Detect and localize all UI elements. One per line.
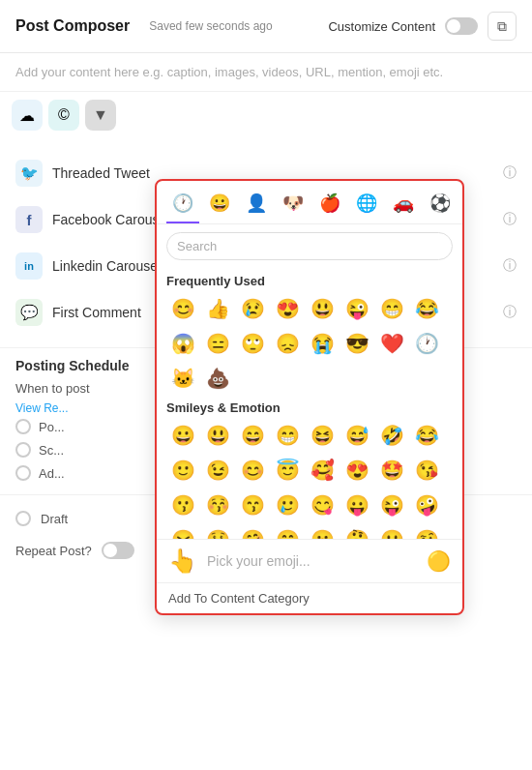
platform-icon-arrow[interactable]: ▼	[85, 100, 116, 131]
copy-button[interactable]: ⧉	[488, 12, 517, 41]
emoji-tab-food[interactable]: 🍎	[313, 189, 346, 223]
info-icon-li-carousel[interactable]: ⓘ	[503, 257, 517, 275]
emoji-cell[interactable]: 😛	[340, 489, 373, 521]
smileys-emotion-title: Smileys & Emotion	[166, 395, 453, 419]
nav-label-li-carousel: Linkedin Carousel	[52, 258, 161, 274]
emoji-tab-animals[interactable]: 🐶	[277, 189, 310, 223]
emoji-cell[interactable]: 💩	[201, 362, 234, 395]
emoji-cell[interactable]: 😜	[375, 489, 408, 521]
saved-status: Saved few seconds ago	[149, 19, 272, 33]
emoji-cell[interactable]: 😇	[271, 454, 304, 487]
when-label: When to post	[15, 381, 90, 396]
li-icon: in	[15, 252, 43, 280]
emoji-search-container	[166, 232, 453, 260]
emoji-cell[interactable]: 🤐	[375, 523, 408, 539]
emoji-cell[interactable]: 😑	[201, 327, 234, 360]
emoji-cell[interactable]: 😞	[271, 327, 304, 360]
page-title: Post Composer	[15, 17, 130, 35]
platform-row: ☁ © ▼	[0, 92, 532, 138]
emoji-cell[interactable]: 😗	[166, 489, 199, 521]
content-placeholder: Add your content here e.g. caption, imag…	[15, 65, 443, 79]
header-actions: Customize Content ⧉	[328, 12, 517, 41]
emoji-cell[interactable]: 😉	[201, 454, 234, 487]
emoji-tab-sports[interactable]: ⚽	[424, 189, 457, 223]
emoji-cell[interactable]: 😭	[306, 327, 339, 360]
emoji-skin-dot[interactable]: 🟡	[427, 549, 451, 573]
emoji-bottom-bar: 👆 Pick your emoji... 🟡	[157, 539, 462, 582]
emoji-tab-travel[interactable]: 🌐	[350, 189, 383, 223]
emoji-cell[interactable]: 😊	[236, 454, 269, 487]
emoji-cell[interactable]: ❤️	[375, 327, 408, 360]
draft-radio[interactable]	[15, 511, 31, 526]
emoji-cell[interactable]: 😱	[166, 327, 199, 360]
nav-label-fb-carousel: Facebook Carousel	[52, 212, 169, 227]
emoji-cell[interactable]: 🤫	[306, 523, 339, 539]
emoji-picker: 🕐 😀 👤 🐶 🍎 🌐 🚗 ⚽ 🎮 📋 Frequently Used 😊 👍 …	[155, 179, 464, 615]
emoji-cell[interactable]: 😍	[340, 454, 373, 487]
emoji-tab-smileys[interactable]: 😀	[203, 189, 236, 223]
emoji-cell[interactable]: 😘	[410, 454, 443, 487]
info-icon-fb-carousel[interactable]: ⓘ	[503, 211, 517, 228]
content-area[interactable]: Add your content here e.g. caption, imag…	[0, 53, 532, 92]
emoji-tab-recent[interactable]: 🕐	[166, 189, 199, 223]
info-icon-threaded-tweet[interactable]: ⓘ	[503, 164, 517, 182]
emoji-tab-vehicles[interactable]: 🚗	[387, 189, 420, 223]
emoji-cell[interactable]: 🤩	[375, 454, 408, 487]
info-icon-first-comment[interactable]: ⓘ	[503, 304, 517, 321]
emoji-cell[interactable]: 😜	[340, 292, 373, 325]
frequently-used-title: Frequently Used	[166, 268, 453, 292]
emoji-cell[interactable]: 😙	[236, 489, 269, 521]
emoji-cell[interactable]: 🐱	[166, 362, 199, 395]
customize-label: Customize Content	[328, 19, 435, 34]
emoji-cell[interactable]: 🤣	[375, 419, 408, 452]
platform-icon-c[interactable]: ©	[48, 100, 79, 131]
radio-circle-ad	[15, 465, 31, 481]
emoji-search-input[interactable]	[166, 232, 453, 260]
emoji-cell[interactable]: 😝	[166, 523, 199, 539]
emoji-cell[interactable]: 🥲	[271, 489, 304, 521]
emoji-cell[interactable]: 🙂	[166, 454, 199, 487]
emoji-cell[interactable]: 😋	[306, 489, 339, 521]
emoji-cell[interactable]: 😊	[166, 292, 199, 325]
emoji-cell[interactable]: 😚	[201, 489, 234, 521]
frequently-used-grid: 😊 👍 😢 😍 😃 😜 😁 😂 😱 😑 🙄 😞 😭 😎 ❤️ 🕐 🐱 💩	[166, 292, 453, 395]
emoji-cell[interactable]: 👍	[201, 292, 234, 325]
emoji-cell[interactable]: 😂	[410, 419, 443, 452]
emoji-cell[interactable]: 😁	[271, 419, 304, 452]
copy-icon: ⧉	[497, 18, 507, 35]
emoji-cell[interactable]: 🤗	[236, 523, 269, 539]
emoji-cell[interactable]: 😁	[375, 292, 408, 325]
emoji-cell[interactable]: 😍	[271, 292, 304, 325]
emoji-cell[interactable]: 😎	[340, 327, 373, 360]
emoji-hint-text: Pick your emoji...	[207, 553, 417, 569]
platform-icon-cloud[interactable]: ☁	[12, 100, 43, 131]
emoji-cell[interactable]: 🥰	[306, 454, 339, 487]
comment-icon: 💬	[15, 299, 43, 326]
emoji-content: Frequently Used 😊 👍 😢 😍 😃 😜 😁 😂 😱 😑 🙄 😞 …	[157, 268, 462, 539]
emoji-cell[interactable]: 🤭	[271, 523, 304, 539]
emoji-cell[interactable]: 😂	[410, 292, 443, 325]
add-content-category[interactable]: Add To Content Category	[157, 582, 462, 613]
emoji-cell[interactable]: 😢	[236, 292, 269, 325]
customize-toggle[interactable]	[445, 17, 478, 35]
nav-label-first-comment: First Comment	[52, 305, 141, 320]
emoji-tab-people[interactable]: 👤	[240, 189, 273, 223]
emoji-cell[interactable]: 😃	[306, 292, 339, 325]
emoji-cell[interactable]: 😅	[340, 419, 373, 452]
emoji-cell[interactable]: 🕐	[410, 327, 443, 360]
emoji-cell[interactable]: 🙄	[236, 327, 269, 360]
draft-label: Draft	[41, 512, 68, 526]
twitter-icon: 🐦	[15, 160, 43, 187]
emoji-cell[interactable]: 😃	[201, 419, 234, 452]
emoji-tab-objects[interactable]: 🎮	[460, 189, 462, 223]
emoji-cell[interactable]: 😄	[236, 419, 269, 452]
emoji-cell[interactable]: 😆	[306, 419, 339, 452]
emoji-cell[interactable]: 🤑	[201, 523, 234, 539]
radio-label-po: Po...	[39, 420, 65, 434]
emoji-cell[interactable]: 🤔	[340, 523, 373, 539]
repeat-toggle[interactable]	[102, 542, 134, 559]
radio-label-sc: Sc...	[39, 443, 64, 458]
emoji-cell[interactable]: 🤨	[410, 523, 443, 539]
emoji-cell[interactable]: 😀	[166, 419, 199, 452]
emoji-cell[interactable]: 🤪	[410, 489, 443, 521]
